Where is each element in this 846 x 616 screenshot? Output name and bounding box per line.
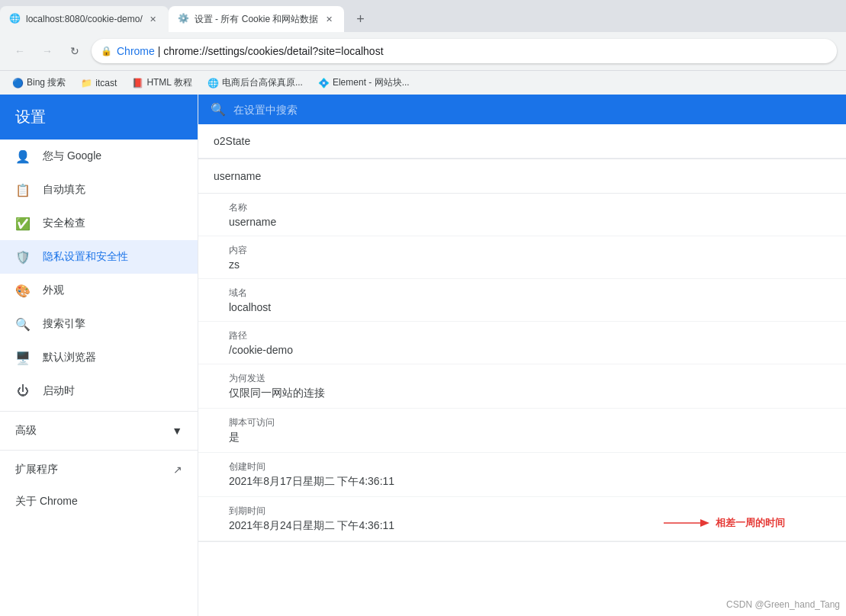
annotation-arrow: 相差一周的时间 [648,508,800,531]
external-link-icon: ↗ [173,464,182,476]
sidebar-about-chrome[interactable]: 关于 Chrome [0,486,198,518]
bookmark-bing-label: Bing 搜索 [27,76,66,89]
bookmark-ecommerce-label: 电商后台高保真原... [222,76,303,89]
person-icon: 👤 [15,149,31,164]
search-icon: 🔍 [15,316,31,332]
brand-text: Chrome [117,45,155,57]
bookmark-html[interactable]: 📕 HTML 教程 [126,75,198,91]
cookie-field-send-reason: 为何发送 仅限同一网站的连接 [198,364,846,409]
tab-1-close[interactable]: ✕ [147,13,159,25]
field-value-script-access: 是 [229,431,815,444]
sidebar-item-google[interactable]: 👤 您与 Google [0,140,198,173]
arrow-indicator [664,515,709,531]
main-content: 设置 👤 您与 Google 📋 自动填充 ✅ 安全检查 🛡️ 隐私设置和安全性… [0,95,846,616]
right-content: 🔍 o2State username 名称 username 内容 [198,95,846,616]
arrow-svg [664,515,709,531]
autofill-icon: 📋 [15,182,31,197]
sidebar-browser-label: 默认浏览器 [43,351,96,364]
sidebar-item-appearance[interactable]: 🎨 外观 [0,274,198,307]
cookie-header-o2state[interactable]: o2State [198,124,846,159]
sidebar-item-default-browser[interactable]: 🖥️ 默认浏览器 [0,341,198,374]
sidebar-divider-2 [0,450,198,451]
check-shield-icon: ✅ [15,216,31,231]
cookie-field-name: 名称 username [198,194,846,236]
tab-bar: 🌐 localhost:8080/cookie-demo/ ✕ ⚙️ 设置 - … [0,0,846,32]
tab-2[interactable]: ⚙️ 设置 - 所有 Cookie 和网站数据 ✕ [169,6,345,32]
field-label-content: 内容 [229,244,815,257]
url-brand: Chrome | chrome://settings/cookies/detai… [117,45,384,57]
cookie-section-o2state: o2State [198,124,846,159]
shield-icon: 🛡️ [15,249,31,265]
field-value-send-reason: 仅限同一网站的连接 [229,387,815,400]
cookie-field-content: 内容 zs [198,236,846,279]
cookie-header-username[interactable]: username [198,159,846,194]
bookmark-html-label: HTML 教程 [146,76,192,89]
chevron-down-icon: ▼ [172,425,182,437]
sidebar-security-label: 安全检查 [43,217,85,230]
annotation-text: 相差一周的时间 [716,516,785,530]
palette-icon: 🎨 [15,283,31,298]
sidebar-item-privacy[interactable]: 🛡️ 隐私设置和安全性 [0,240,198,274]
bookmark-bing[interactable]: 🔵 Bing 搜索 [6,75,72,91]
sidebar-advanced[interactable]: 高级 ▼ [0,415,198,447]
cookie-username-detail: 名称 username 内容 zs 域名 localhost 路径 /cooki… [198,194,846,541]
extensions-label: 扩展程序 [15,463,58,476]
settings-search-input[interactable] [233,104,834,116]
tab-1[interactable]: 🌐 localhost:8080/cookie-demo/ ✕ [0,6,169,32]
tab-2-title: 设置 - 所有 Cookie 和网站数据 [195,13,319,26]
cookie-username-name: username [214,170,261,182]
bookmark-element[interactable]: 💠 Element - 网站块... [312,75,416,91]
cookie-field-script-access: 脚本可访问 是 [198,409,846,453]
sidebar-item-security[interactable]: ✅ 安全检查 [0,207,198,240]
url-bar[interactable]: 🔒 Chrome | chrome://settings/cookies/det… [92,39,837,63]
cookie-field-created: 创建时间 2021年8月17日星期二 下午4:36:11 [198,453,846,497]
sidebar-startup-label: 启动时 [43,384,75,398]
bookmark-element-label: Element - 网站块... [333,76,410,89]
sidebar-privacy-label: 隐私设置和安全性 [43,250,128,264]
csdn-watermark: CSDN @Green_hand_Tang [726,599,840,610]
cookie-field-path: 路径 /cookie-demo [198,322,846,364]
sidebar-item-autofill[interactable]: 📋 自动填充 [0,173,198,207]
sidebar-item-startup[interactable]: ⏻ 启动时 [0,374,198,408]
svg-marker-1 [700,519,709,527]
bing-icon: 🔵 [12,78,24,88]
sidebar-title: 设置 [0,95,198,140]
tab-1-favicon: 🌐 [9,13,21,25]
field-label-expires: 到期时间 [229,505,394,518]
tab-2-close[interactable]: ✕ [323,13,335,25]
bookmark-itcast-label: itcast [95,78,117,88]
html-icon: 📕 [132,78,143,88]
sidebar-search-label: 搜索引擎 [43,317,85,331]
refresh-button[interactable]: ↻ [64,40,85,62]
sidebar-divider [0,411,198,412]
advanced-label: 高级 [15,424,37,438]
settings-search-bar: 🔍 [198,95,846,124]
sidebar-item-search[interactable]: 🔍 搜索引擎 [0,307,198,341]
browser-icon: 🖥️ [15,350,31,365]
address-bar: ← → ↻ 🔒 Chrome | chrome://settings/cooki… [0,32,846,70]
cookie-o2state-name: o2State [214,135,250,147]
ecommerce-icon: 🌐 [207,78,219,88]
back-button[interactable]: ← [9,40,31,62]
bookmark-itcast[interactable]: 📁 itcast [75,76,123,90]
power-icon: ⏻ [15,383,31,399]
field-value-created: 2021年8月17日星期二 下午4:36:11 [229,475,815,489]
new-tab-button[interactable]: + [347,6,373,32]
search-bar-icon: 🔍 [211,102,226,117]
cookie-field-expires: 到期时间 2021年8月24日星期二 下午4:36:11 相差一周的时间 [198,497,846,541]
tab-1-title: localhost:8080/cookie-demo/ [26,14,143,24]
field-value-domain: localhost [229,301,815,313]
element-icon: 💠 [318,78,330,88]
forward-button[interactable]: → [37,40,58,62]
sidebar-extensions[interactable]: 扩展程序 ↗ [0,454,198,486]
cookie-field-domain: 域名 localhost [198,279,846,322]
field-value-path: /cookie-demo [229,344,815,356]
about-label: 关于 Chrome [15,495,78,509]
sidebar-google-label: 您与 Google [43,149,101,163]
field-label-path: 路径 [229,329,815,342]
field-label-domain: 域名 [229,287,815,300]
bookmark-ecommerce[interactable]: 🌐 电商后台高保真原... [201,75,309,91]
sidebar-autofill-label: 自动填充 [43,183,85,197]
field-value-name: username [229,216,815,228]
field-value-expires: 2021年8月24日星期二 下午4:36:11 [229,519,394,533]
